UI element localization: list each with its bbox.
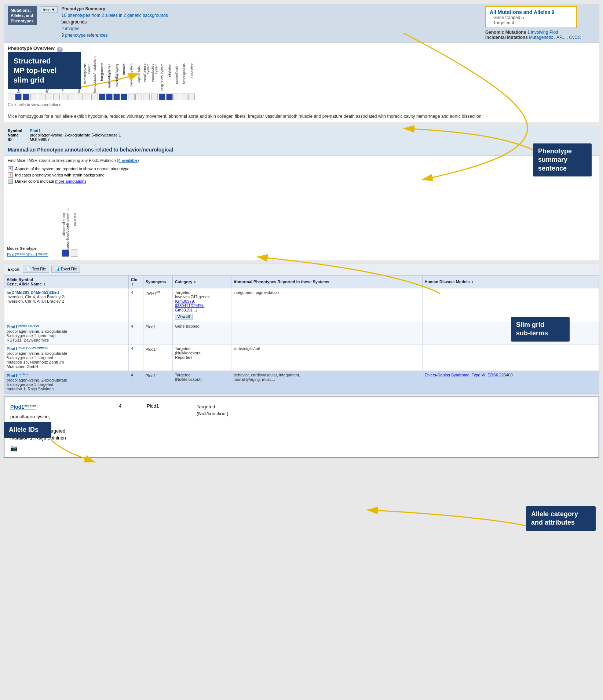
legend-boxes: * Aspects of the system are reported to … — [4, 165, 599, 186]
grid-cell-hearing[interactable] — [76, 94, 83, 100]
grid-cell-nervous[interactable] — [128, 94, 135, 100]
phenotype-summary-section: Phenotype Summary 10 phenotypes from 2 a… — [61, 6, 168, 39]
camera-icon[interactable]: 📷 — [10, 445, 18, 452]
legend-exclamation: ! — [8, 172, 13, 178]
sort-icon-diseases: ⇕ — [471, 280, 474, 284]
grid-cell-endocrine[interactable] — [61, 94, 67, 100]
grid-cell-muscle[interactable] — [121, 94, 127, 100]
grid-col-vision: vision/eye — [188, 63, 195, 100]
symbol-value[interactable]: Plod1 — [30, 128, 595, 133]
less-button[interactable]: less ▼ — [41, 6, 58, 13]
category-cell-3: Targeted(Null/knockout,Reporter) — [172, 344, 231, 371]
grid-cell-homeostasis[interactable] — [91, 94, 98, 100]
text-file-button[interactable]: 📄 Text File — [23, 266, 49, 273]
synonyms-cell-1: Inv(4)Brc — [143, 288, 172, 322]
subterm-col-paralysis: paralysis — [71, 213, 78, 257]
allele-link-3[interactable]: Plod1tm1b(EUCOMM)Hmgu — [7, 347, 48, 351]
phenotype-sentence: Mice homozygous for a null allele exhibi… — [4, 110, 599, 123]
expanded-category: Targeted(Null/knockout) — [197, 403, 288, 418]
th-diseases[interactable]: Human Disease Models ⇕ — [422, 276, 599, 288]
allele-link-2[interactable]: Plod1Gt(RST531)Byg — [7, 325, 39, 329]
incidental-mutations-line: Incidental Mutations Mutagenetix , AP...… — [485, 35, 595, 40]
legend-asterisk: * — [8, 166, 13, 171]
grid-cell-embryogenesis[interactable] — [53, 94, 60, 100]
grid-cell-hematopoietic[interactable] — [84, 94, 90, 100]
allele-symbol-cell: Plod1tm1Soin procollagen-lysine, 2-oxogl… — [4, 371, 129, 393]
grid-cell-reproductive[interactable] — [151, 94, 158, 100]
grid-cell-limbs[interactable] — [106, 94, 113, 100]
export-bar: Export: 📄 Text File 📊 Excel File — [4, 263, 599, 275]
th-category[interactable]: Category ⇕ — [172, 276, 231, 288]
table-row: In(D4Mit281;D4Mit451)2Brd inversion, Chr… — [4, 288, 599, 322]
excel-file-button[interactable]: 📊 Excel File — [51, 266, 80, 273]
allele-link-4[interactable]: Plod1tm1Soin — [7, 373, 29, 378]
synonyms-cell-4: Plod1- — [143, 371, 172, 393]
genomic-mutations-line: Genomic Mutations 1 involving Plod — [485, 30, 595, 35]
diseases-cell-4: Ehlers-Danlos Syndrome, Type VI; EDS6 22… — [422, 371, 599, 393]
th-synonyms: Synonyms — [143, 276, 172, 288]
table-row-highlighted: Plod1tm1Soin procollagen-lysine, 2-oxogl… — [4, 371, 599, 393]
table-row: Plod1Gt(RST531)Byg procollagen-lysine, 2… — [4, 322, 599, 344]
middle-section: Symbol Plod1 Name procollagen-lysine, 2-… — [4, 126, 599, 260]
name-label: Name — [8, 133, 30, 137]
subterm-cell-paralysis[interactable] — [71, 249, 78, 257]
grid-cell-craniofacial[interactable] — [38, 94, 44, 100]
diseases-cell-3 — [422, 344, 599, 371]
grid-cell-digestive[interactable] — [45, 94, 52, 100]
grid-col-reproductive: reproductive system — [151, 63, 158, 100]
text-file-icon: 📄 — [26, 267, 31, 271]
allele-symbol-cell: In(D4Mit281;D4Mit451)2Brd inversion, Chr… — [4, 288, 129, 322]
all-mutations-title[interactable]: All Mutations and Alleles — [490, 9, 550, 15]
symbol-label: Symbol — [8, 128, 30, 133]
allele-link-1[interactable]: In(D4Mit281;D4Mit451)2Brd — [7, 290, 59, 295]
bottom-section: Export: 📄 Text File 📊 Excel File Allele … — [4, 263, 599, 394]
callout-structured: Structured MP top-level slim grid — [8, 52, 81, 89]
grid-col-hematopoietic: hematopoietic system — [83, 63, 91, 100]
mammalian-title: Mammalian Phenotype annotations related … — [4, 144, 599, 156]
grid-cell-mortality[interactable] — [113, 94, 120, 100]
slim-grid-area: Mouse Genotype Plod1tm1Soin/Plod1tm1Soin… — [4, 186, 599, 260]
targeted-count: Targeted 4 — [493, 20, 573, 25]
legend-asterisk-text: Aspects of the system are reported to sh… — [15, 167, 131, 171]
grid-col-nervous: nervous system — [128, 63, 135, 100]
phenotype-summary-label: Phenotype Summary — [61, 6, 168, 11]
grid-cell-cardiovascular[interactable] — [23, 94, 29, 100]
export-label: Export: — [8, 267, 21, 271]
grid-cell-cellular[interactable] — [30, 94, 37, 100]
grid-cell-respiratory[interactable] — [159, 94, 165, 100]
id-label: ID — [8, 137, 30, 142]
chr-cell-2: 4 — [128, 322, 143, 344]
view-all-button-1[interactable]: View all — [175, 314, 193, 320]
grid-cell-integument[interactable] — [99, 94, 105, 100]
grid-cell-behavior[interactable] — [15, 94, 22, 100]
grid-col-integument: integument — [99, 63, 105, 100]
grid-cell-taste[interactable] — [173, 94, 180, 100]
chr-cell-4: 4 — [128, 371, 143, 393]
phenotype-overview: Phenotype Overview ? adipose tissue beha… — [4, 43, 599, 110]
find-mice: Find Mice: IMSR strains or lines carryin… — [4, 156, 599, 165]
synonyms-cell-2: Plod1- — [143, 322, 172, 344]
th-allele-symbol[interactable]: Allele SymbolGene, Allele Name ⇕ — [4, 276, 129, 288]
category-cell-1: Targeted Involves 747 genes (Gm30379, 63… — [172, 288, 231, 322]
phenotypes-cell-4: behavior, cardiovascular, integument,mor… — [231, 371, 422, 393]
phenotypes-cell-3: limbs/digits/tail — [231, 344, 422, 371]
grid-col-muscle: muscle — [121, 63, 127, 100]
mouse-genotype-value[interactable]: Plod1tm1Soin/Plod1tm1Soin — [7, 252, 62, 257]
expanded-allele-link[interactable]: Plod1tm1Soin — [10, 404, 36, 410]
subterm-cell-motor[interactable] — [62, 249, 69, 257]
grid-col-respiratory: respiratory system — [159, 63, 165, 100]
grid-cell-renal[interactable] — [143, 94, 150, 100]
grid-cell-tumorigenesis[interactable] — [181, 94, 187, 100]
grid-cell-vision[interactable] — [188, 94, 195, 100]
grid-cell-adipose[interactable] — [8, 94, 14, 100]
top-section: Mutations, Alleles, and Phenotypes less … — [4, 4, 599, 123]
th-chr[interactable]: Chr ⇕ — [128, 276, 143, 288]
grid-cell-skeleton[interactable] — [166, 94, 173, 100]
alleles-summary: All Mutations and Alleles 9 Gene trapped… — [485, 6, 595, 40]
grid-cell-growth[interactable] — [69, 94, 75, 100]
chr-cell-3: 4 — [128, 344, 143, 371]
available-link[interactable]: (4 available) — [117, 158, 139, 163]
click-note: Click cells to view annotations. — [8, 102, 595, 107]
grid-col-tumorigenesis: tumorigenesis — [181, 63, 187, 100]
grid-cell-pigmentation[interactable] — [135, 94, 142, 100]
